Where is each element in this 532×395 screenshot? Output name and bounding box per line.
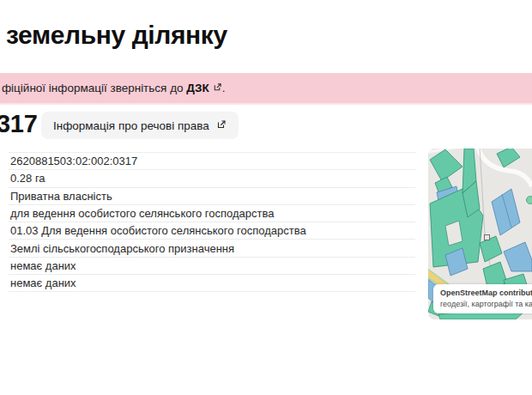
parcel-details-table: 2620881503:02:002:0317 0.28 га Приватна … xyxy=(9,152,415,292)
detail-row-ownership: Приватна власність xyxy=(9,188,415,205)
notice-text: фіційної інформації зверніться до xyxy=(2,82,186,94)
detail-row-no-data-2: немає даних xyxy=(9,275,415,292)
detail-row-area: 0.28 га xyxy=(9,170,415,187)
external-link-icon xyxy=(216,119,227,132)
rights-info-button[interactable]: Інформація про речові права xyxy=(41,112,239,139)
detail-row-no-data-1: немає даних xyxy=(9,258,415,275)
page-title: земельну ділянку xyxy=(6,21,227,50)
detail-row-land-category: Землі сільськогосподарського призначення xyxy=(9,240,415,257)
selected-parcel-marker xyxy=(485,235,490,240)
map-attribution: OpenStreetMap contributors | Д геодезії,… xyxy=(433,284,532,313)
notice-banner: фіційної інформації зверніться до ДЗК. xyxy=(0,73,532,105)
map-attribution-line2: геодезії, картографії та кадас xyxy=(440,300,532,308)
rights-info-label: Інформація про речові права xyxy=(53,119,209,132)
detail-row-use: для ведення особистого селянського госпо… xyxy=(9,205,415,222)
notice-suffix: . xyxy=(222,82,226,94)
map-attribution-line1: OpenStreetMap contributors | Д xyxy=(440,289,532,297)
map-preview[interactable]: OpenStreetMap contributors | Д геодезії,… xyxy=(428,149,532,319)
dzk-link[interactable]: ДЗК xyxy=(186,82,209,94)
parcel-number: 317 xyxy=(0,110,38,138)
detail-row-purpose-code: 01.03 Для ведення особистого селянського… xyxy=(9,222,415,240)
external-link-icon xyxy=(213,82,222,94)
detail-row-cadastral-number: 2620881503:02:002:0317 xyxy=(9,153,415,170)
